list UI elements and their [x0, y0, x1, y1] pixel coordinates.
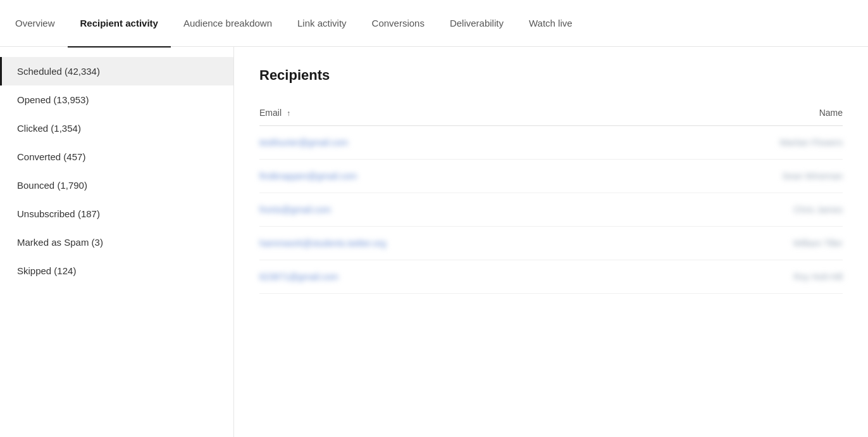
tab-link-activity[interactable]: Link activity	[285, 1, 359, 48]
main-layout: Scheduled (42,334) Opened (13,953) Click…	[0, 47, 868, 437]
recipients-table: Email ↑ Name testfourier@gmail.com Marti…	[259, 101, 843, 294]
tab-deliverability[interactable]: Deliverability	[437, 1, 516, 48]
cell-name: Chris James	[659, 193, 843, 227]
sidebar-item-marked-as-spam[interactable]: Marked as Spam (3)	[0, 228, 233, 256]
cell-name: Martian Flowers	[659, 126, 843, 160]
sidebar-item-opened[interactable]: Opened (13,953)	[0, 86, 233, 114]
cell-email: testfourier@gmail.com	[259, 126, 659, 160]
top-navigation: Overview Recipient activity Audience bre…	[0, 0, 868, 47]
table-row: firstknappen@gmail.com Sean Wineman	[259, 160, 843, 193]
table-body: testfourier@gmail.com Martian Flowers fi…	[259, 126, 843, 294]
sidebar-item-clicked[interactable]: Clicked (1,354)	[0, 114, 233, 142]
tab-conversions[interactable]: Conversions	[359, 1, 437, 48]
table-row: 623871@gmail.com Roy Holt-Hill	[259, 260, 843, 294]
sidebar-item-scheduled[interactable]: Scheduled (42,334)	[0, 57, 233, 86]
cell-name: Sean Wineman	[659, 160, 843, 193]
table-row: fronts@gmail.com Chris James	[259, 193, 843, 227]
sidebar-item-skipped[interactable]: Skipped (124)	[0, 256, 233, 285]
cell-email: 623871@gmail.com	[259, 260, 659, 294]
sidebar-item-label: Scheduled (42,334)	[17, 66, 100, 77]
cell-email: fronts@gmail.com	[259, 193, 659, 227]
tab-watch-live[interactable]: Watch live	[516, 1, 585, 48]
sidebar-item-label: Bounced (1,790)	[17, 180, 87, 191]
column-header-name[interactable]: Name	[659, 101, 843, 126]
cell-name: William Tiller	[659, 227, 843, 260]
column-header-email[interactable]: Email ↑	[259, 101, 659, 126]
tab-recipient-activity[interactable]: Recipient activity	[68, 1, 171, 48]
cell-email: hammwork@students.twitter.org	[259, 227, 659, 260]
table-row: testfourier@gmail.com Martian Flowers	[259, 126, 843, 160]
sort-arrow-icon: ↑	[287, 109, 290, 118]
table-row: hammwork@students.twitter.org William Ti…	[259, 227, 843, 260]
tab-audience-breakdown[interactable]: Audience breakdown	[171, 1, 285, 48]
content-area: Recipients Email ↑ Name testfourier@gmai…	[234, 47, 868, 437]
page-title: Recipients	[259, 67, 843, 84]
tab-overview[interactable]: Overview	[15, 1, 68, 48]
sidebar-item-label: Opened (13,953)	[17, 94, 89, 105]
sidebar-item-converted[interactable]: Converted (457)	[0, 142, 233, 171]
sidebar-item-label: Clicked (1,354)	[17, 123, 81, 134]
cell-name: Roy Holt-Hill	[659, 260, 843, 294]
sidebar-item-label: Skipped (124)	[17, 265, 76, 276]
cell-email: firstknappen@gmail.com	[259, 160, 659, 193]
sidebar-item-label: Unsubscribed (187)	[17, 208, 100, 219]
sidebar-item-bounced[interactable]: Bounced (1,790)	[0, 171, 233, 200]
sidebar-item-label: Marked as Spam (3)	[17, 237, 103, 248]
sidebar-item-unsubscribed[interactable]: Unsubscribed (187)	[0, 200, 233, 228]
table-header: Email ↑ Name	[259, 101, 843, 126]
sidebar: Scheduled (42,334) Opened (13,953) Click…	[0, 47, 234, 437]
sidebar-item-label: Converted (457)	[17, 151, 85, 162]
